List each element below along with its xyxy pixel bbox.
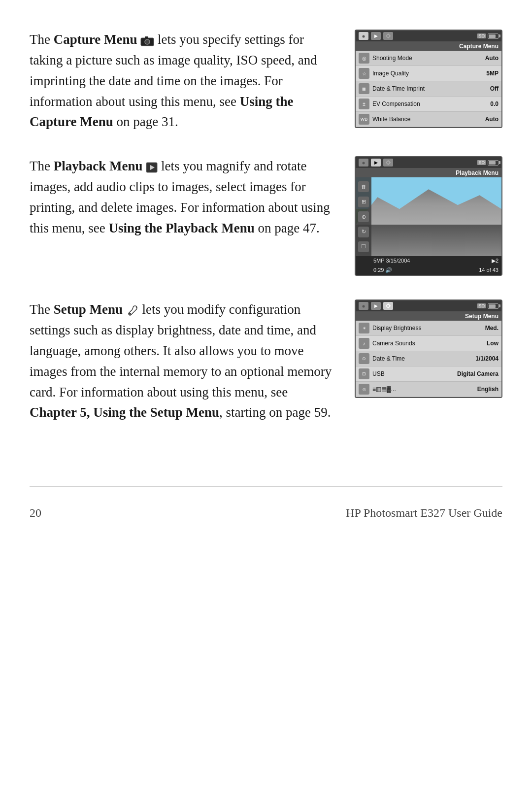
setup-battery-icon: [488, 303, 499, 309]
brightness-label: Display Brightness: [372, 325, 482, 332]
datetime-value: 1/1/2004: [475, 355, 499, 362]
setup-setup-icon: [383, 302, 393, 310]
setup-topbar-right: SD: [477, 303, 499, 309]
svg-point-16: [387, 161, 390, 164]
setup-row-datetime: ⊙ Date & Time 1/1/2004: [356, 351, 501, 366]
playback-intro-prefix: The: [30, 159, 54, 173]
capture-row-image-quality: ☆ Image Quality 5MP: [356, 66, 501, 81]
datetime-label: Date & Time: [372, 355, 472, 362]
svg-rect-15: [362, 160, 364, 162]
usb-value: Digital Camera: [457, 370, 499, 377]
capture-row-wb: WB White Balance Auto: [356, 112, 501, 127]
usb-label: USB: [372, 370, 454, 377]
datetime-icon: ⊙: [359, 353, 369, 364]
wb-value: Auto: [485, 116, 499, 123]
ev-value: 0.0: [490, 100, 499, 107]
wb-icon: WB: [359, 114, 369, 125]
capture-menu-title-bar: Capture Menu: [356, 42, 501, 51]
language-icon: ◎: [359, 384, 369, 395]
setup-menu-body: ☀ Display Brightness Med. ♪ Camera Sound…: [356, 321, 501, 397]
rotate-icon: ↻: [358, 227, 369, 237]
svg-rect-5: [362, 33, 364, 35]
sounds-label: Camera Sounds: [372, 340, 484, 347]
setup-menu-name: Setup Menu: [54, 302, 123, 317]
playback-time: 0:29 🔊: [373, 267, 392, 273]
page-number: 20: [30, 506, 41, 520]
playback-playback-icon: ▶: [371, 159, 381, 166]
playback-sidebar: 🗑 ⊞ ⊕ ↻ ☐: [356, 177, 371, 256]
language-symbols: ≡▥▤▓...: [372, 386, 474, 393]
capture-row-date-time: ▦ Date & Time Imprint Off: [356, 81, 501, 97]
sd-label: SD: [477, 33, 486, 38]
capture-topbar: ▶ SD: [356, 31, 501, 42]
playback-setup-icon: [383, 159, 393, 166]
capture-menu-text: The Capture Menu lets you specify settin…: [30, 30, 335, 133]
capture-menu-name: Capture Menu: [54, 32, 137, 47]
setup-row-usb: ⊟ USB Digital Camera: [356, 366, 501, 382]
image-quality-icon: ☆: [359, 68, 369, 79]
capture-menu-section: The Capture Menu lets you specify settin…: [30, 30, 502, 133]
date-time-icon: ▦: [359, 83, 369, 94]
setup-capture-icon: [359, 302, 368, 310]
svg-point-21: [129, 313, 131, 315]
capture-screen: ▶ SD Capture Menu ◎ Shooting Mode Auto: [355, 30, 502, 128]
playback-menu-section: The Playback Menu lets you magnify and r…: [30, 156, 502, 276]
setup-wrench-icon: [126, 305, 139, 317]
playback-capture-icon: [359, 159, 368, 166]
capture-intro-suffix: on page 31.: [113, 114, 178, 129]
date-time-label: Date & Time Imprint: [372, 85, 487, 92]
print-icon: ☐: [358, 241, 369, 252]
capture-row-ev: ± EV Compensation 0.0: [356, 97, 501, 112]
shooting-mode-icon: ◎: [359, 53, 369, 64]
setup-menu-title-bar: Setup Menu: [356, 312, 501, 321]
svg-point-1: [145, 39, 150, 44]
delete-icon: 🗑: [358, 181, 369, 192]
setup-menu-section: The Setup Menu lets you modify configura…: [30, 299, 502, 423]
playback-menu-text: The Playback Menu lets you magnify and r…: [30, 156, 335, 238]
setup-link-text: Chapter 5, Using the Setup Menu: [30, 405, 219, 420]
capture-intro-prefix: The: [30, 32, 54, 47]
setup-screen: ▶ SD Setup Menu ☀ Display Brightness Med…: [355, 299, 502, 398]
capture-topbar-icons: ▶: [359, 32, 393, 40]
ev-icon: ±: [359, 99, 369, 109]
setup-topbar: ▶ SD: [356, 300, 501, 312]
setup-mode-icon: [383, 32, 393, 40]
image-quality-label: Image Quality: [372, 70, 483, 77]
page-content: The Capture Menu lets you specify settin…: [30, 30, 502, 520]
brightness-value: Med.: [485, 325, 499, 332]
setup-row-brightness: ☀ Display Brightness Med.: [356, 321, 501, 336]
playback-intro-suffix: on page 47.: [255, 221, 320, 235]
shooting-mode-value: Auto: [485, 55, 499, 62]
language-value: English: [477, 386, 499, 393]
svg-point-25: [387, 304, 390, 307]
playback-info-bar: 5MP 3/15/2004 ▶2: [356, 256, 501, 266]
capture-menu-body: ◎ Shooting Mode Auto ☆ Image Quality 5MP…: [356, 51, 501, 127]
playback-screen: ▶ SD Playback Menu 🗑 ⊞ ⊕ ↻ ☐: [355, 156, 502, 276]
grid-icon: ⊞: [358, 197, 369, 207]
zoom-icon: ⊕: [358, 211, 369, 222]
svg-rect-24: [362, 303, 364, 305]
battery-icon: [488, 33, 499, 39]
playback-title-bar: Playback Menu: [356, 168, 501, 177]
playback-mountain: [356, 185, 501, 225]
setup-row-language: ◎ ≡▥▤▓... English: [356, 382, 501, 397]
setup-topbar-icons: ▶: [359, 302, 393, 310]
playback-topbar-right: SD: [477, 160, 499, 166]
sounds-icon: ♪: [359, 338, 369, 349]
svg-point-4: [363, 35, 365, 38]
setup-sd-label: SD: [477, 303, 486, 308]
setup-menu-text: The Setup Menu lets you modify configura…: [30, 299, 335, 423]
playback-play-icon: [146, 162, 158, 173]
playback-quality-date: 5MP 3/15/2004: [373, 258, 410, 264]
svg-rect-2: [145, 36, 148, 38]
capture-camera-icon: [140, 35, 154, 46]
playback-time-frame: 0:29 🔊 14 of 43: [356, 266, 501, 275]
svg-point-14: [363, 162, 365, 165]
playback-image-area: 🗑 ⊞ ⊕ ↻ ☐: [356, 177, 501, 256]
setup-intro-prefix: The: [30, 302, 54, 317]
playback-topbar-icons: ▶: [359, 159, 393, 166]
wb-label: White Balance: [372, 116, 482, 123]
sounds-value: Low: [487, 340, 499, 347]
playback-frame-num: ▶2: [492, 258, 499, 264]
playback-mode-icon: ▶: [371, 32, 381, 40]
